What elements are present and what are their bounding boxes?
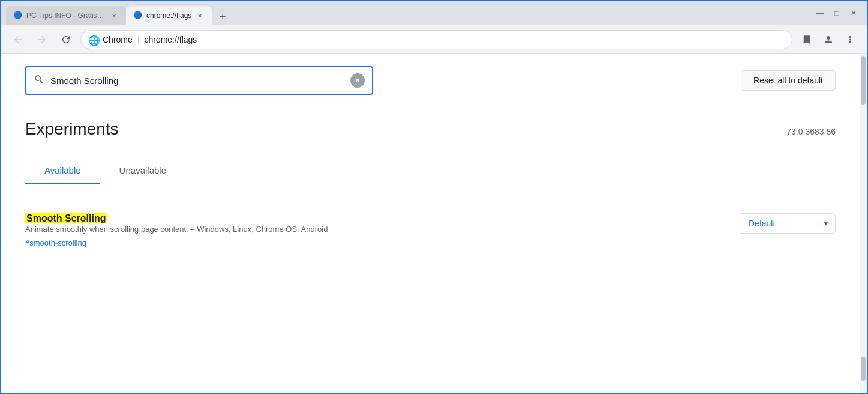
address-bar[interactable]: 🌐 Chrome | chrome://flags [80,30,792,49]
tab-pctips-favicon: 🔵 [13,11,23,20]
page-content: ✕ Reset all to default Experiments 73.0.… [1,54,860,393]
minimize-button[interactable]: — [814,7,826,19]
search-input-wrapper: ✕ [25,66,373,95]
browser-window: 🔵 PC-Tips.INFO - Gratis computer t ✕ 🔵 c… [0,0,868,394]
flag-item-smooth-scrolling: Smooth Scrolling Animate smoothly when s… [25,204,836,258]
flag-anchor-link[interactable]: #smooth-scrolling [25,238,86,247]
profile-button[interactable] [819,30,838,49]
tab-flags-title: chrome://flags [146,11,191,20]
version-text: 73.0.3683.86 [786,127,836,136]
clear-search-button[interactable]: ✕ [350,73,365,88]
back-button[interactable] [8,30,28,49]
title-bar: 🔵 PC-Tips.INFO - Gratis computer t ✕ 🔵 c… [1,1,867,25]
content-tabs: Available Unavailable [25,158,836,184]
scrollbar-thumb[interactable] [861,56,866,105]
refresh-button[interactable] [56,30,76,49]
flag-description: Animate smoothly when scrolling page con… [25,224,725,235]
flag-select[interactable]: Default Enabled Disabled [740,213,836,234]
tab-available[interactable]: Available [25,158,100,184]
search-icon [34,74,44,88]
browser-name: Chrome [103,35,133,44]
scrollbar-thumb-bottom[interactable] [861,357,866,381]
search-bar-section: ✕ Reset all to default [25,66,836,105]
tab-flags[interactable]: 🔵 chrome://flags ✕ [126,6,212,25]
address-separator: | [137,35,140,44]
flag-info: Smooth Scrolling Animate smoothly when s… [25,213,725,248]
forward-button[interactable] [32,30,52,49]
search-input[interactable] [50,76,344,86]
page-area: ✕ Reset all to default Experiments 73.0.… [1,54,867,393]
tabs-area: 🔵 PC-Tips.INFO - Gratis computer t ✕ 🔵 c… [1,6,807,25]
scrollbar-track[interactable] [860,54,867,393]
tab-flags-favicon: 🔵 [133,11,143,20]
window-controls: — □ ✕ [807,1,867,25]
address-favicon: 🌐 [88,35,98,44]
menu-button[interactable] [840,30,860,49]
tab-unavailable[interactable]: Unavailable [100,158,185,184]
flag-select-wrapper: Default Enabled Disabled ▼ [740,213,836,234]
tab-pctips-title: PC-Tips.INFO - Gratis computer t [26,11,106,20]
close-button[interactable]: ✕ [848,7,860,19]
flag-title-text: Smooth Scrolling [25,213,107,223]
toolbar: 🌐 Chrome | chrome://flags [1,25,867,54]
tab-flags-close[interactable]: ✕ [195,11,205,20]
experiments-title: Experiments [25,120,119,139]
toolbar-right [797,30,860,49]
reset-all-button[interactable]: Reset all to default [741,70,836,91]
flag-title: Smooth Scrolling [25,213,725,224]
new-tab-button[interactable]: + [214,8,231,25]
maximize-button[interactable]: □ [831,7,843,19]
tab-pctips-close[interactable]: ✕ [109,11,119,20]
experiments-header: Experiments 73.0.3683.86 [25,120,836,139]
bookmark-button[interactable] [797,30,816,49]
tab-pctips[interactable]: 🔵 PC-Tips.INFO - Gratis computer t ✕ [6,6,126,25]
address-url: chrome://flags [144,35,197,44]
